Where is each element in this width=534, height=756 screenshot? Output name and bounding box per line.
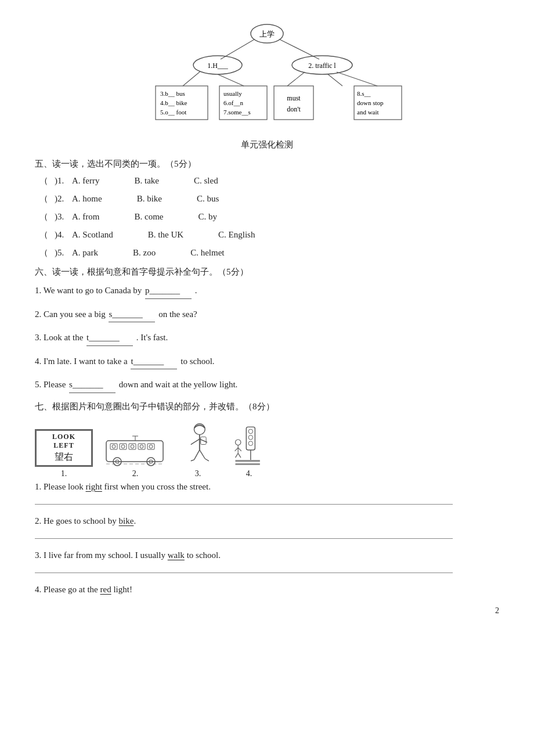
mc-choice-b: B. come (135, 212, 164, 222)
mc-choice-b: B. take (134, 176, 159, 186)
svg-line-34 (191, 439, 200, 444)
mc-choice-a: A. from (72, 212, 100, 222)
section6-items: 1. We want to go to Canada by p_______ .… (35, 283, 499, 393)
blank-4: t_______ (131, 354, 177, 370)
box4-line3: and wait (357, 109, 379, 116)
svg-line-6 (218, 74, 244, 86)
correction-line-3 (35, 564, 453, 573)
blank-1: p_______ (145, 283, 192, 299)
box1-line1: 3.b__ bus (160, 90, 185, 97)
svg-line-7 (287, 72, 305, 86)
svg-line-8 (328, 74, 342, 86)
svg-point-24 (140, 445, 143, 448)
mc-bracket: （ (35, 247, 52, 258)
svg-rect-41 (246, 427, 255, 450)
svg-point-25 (149, 445, 153, 448)
svg-point-44 (248, 441, 253, 445)
mindmap: 上学 1.H___ 2. traffic l 3.b__ bus 4.b__ b… (35, 17, 499, 134)
blank-5: s_______ (69, 377, 116, 393)
box2-line2: 6.of__n (223, 99, 243, 106)
fill-item-3: 3. Look at the t_______ . It's fast. (35, 330, 499, 346)
svg-line-39 (191, 459, 194, 460)
look-left-zh: 望右 (42, 451, 85, 463)
box4-line1: 8.s__ (357, 90, 371, 97)
underline-word-1: right (86, 482, 102, 491)
look-left-sign: LOOK LEFT 望右 (35, 429, 93, 467)
boy-image (178, 422, 218, 468)
branch2-label: 2. traffic l (308, 62, 336, 70)
mc-item-2: （ )2. A. home B. bike C. bus (35, 193, 499, 204)
correction-sentence-1: 1. Please look right first when you cros… (35, 482, 499, 492)
img-label-4: 4. (246, 469, 252, 478)
box1-line3: 5.o__ foot (160, 109, 186, 116)
box3-line2: don't (287, 105, 301, 113)
blank-2: s_______ (109, 307, 155, 323)
mindmap-svg: 上学 1.H___ 2. traffic l 3.b__ bus 4.b__ b… (128, 17, 406, 134)
correction-line-2 (35, 530, 453, 539)
svg-line-38 (200, 449, 205, 458)
svg-line-53 (238, 453, 241, 458)
correction-sentence-4: 4. Please go at the red light! (35, 585, 499, 595)
look-left-en: LOOK LEFT (42, 433, 85, 450)
bus-image (103, 430, 167, 468)
mc-choice-c: C. English (218, 230, 255, 240)
img-label-1: 1. (61, 469, 67, 478)
underline-word-3: walk (168, 550, 185, 560)
mc-choice-a: A. Scotland (72, 230, 113, 240)
svg-line-52 (235, 453, 238, 458)
section5-items: （ )1. A. ferry B. take C. sled （ )2. A. … (35, 175, 499, 258)
mc-choice-c: C. sled (194, 176, 218, 186)
correction-item-1: 1. Please look right first when you cros… (35, 482, 499, 505)
img-item-3: 3. (178, 422, 218, 478)
mc-num: )4. (55, 230, 68, 240)
mc-choice-a: A. home (72, 194, 102, 204)
svg-line-51 (238, 448, 241, 451)
mc-item-4: （ )4. A. Scotland B. the UK C. English (35, 229, 499, 240)
img-item-2: 2. (103, 430, 167, 478)
svg-point-22 (121, 445, 125, 448)
correction-item-3: 3. I live far from my school. I usually … (35, 550, 499, 573)
svg-point-48 (235, 440, 240, 445)
mc-bracket: （ (35, 175, 52, 186)
fill-item-2: 2. Can you see a big s_______ on the sea… (35, 307, 499, 323)
mc-choice-b: B. the UK (148, 230, 183, 240)
correction-item-4: 4. Please go at the red light! (35, 585, 499, 595)
underline-word-4: red (100, 585, 111, 594)
mc-choice-a: A. ferry (72, 176, 99, 186)
svg-point-21 (112, 445, 116, 448)
mc-choice-a: A. park (72, 248, 98, 258)
svg-line-5 (183, 71, 200, 86)
underline-word-2: bike (119, 516, 134, 525)
mc-bracket: （ (35, 193, 52, 204)
svg-point-43 (248, 435, 253, 440)
img-item-1: LOOK LEFT 望右 1. (35, 429, 93, 478)
mc-bracket: （ (35, 211, 52, 222)
fill-item-1: 1. We want to go to Canada by p_______ . (35, 283, 499, 299)
correction-item-2: 2. He goes to school by bike. (35, 516, 499, 539)
page-number: 2 (35, 606, 499, 615)
mc-item-5: （ )5. A. park B. zoo C. helmet (35, 247, 499, 258)
mindmap-root: 上学 (259, 30, 275, 38)
mc-num: )3. (55, 212, 68, 222)
traffic-light-image (229, 422, 269, 468)
section7-header: 七、根据图片和句意圈出句子中错误的部分，并改错。（8分） (35, 401, 499, 412)
section6-header: 六、读一读，根据句意和首字母提示补全句子。（5分） (35, 267, 499, 278)
correction-sentence-3: 3. I live far from my school. I usually … (35, 550, 499, 560)
box4-line2: down stop (357, 99, 384, 106)
box2-line1: usually (223, 90, 242, 97)
section5-header: 五、读一读，选出不同类的一项。（5分） (35, 159, 499, 170)
mc-choice-c: C. bus (197, 194, 219, 204)
mc-choice-c: C. helmet (190, 248, 224, 258)
mc-choice-b: B. bike (137, 194, 162, 204)
correction-sentence-2: 2. He goes to school by bike. (35, 516, 499, 526)
svg-line-37 (194, 449, 199, 459)
mc-num: )5. (55, 248, 68, 258)
branch1-label: 1.H___ (207, 62, 229, 70)
mc-num: )1. (55, 176, 68, 186)
mc-choice-b: B. zoo (133, 248, 156, 258)
blank-3: t_______ (86, 330, 133, 346)
box1-line2: 4.b__ bike (160, 99, 187, 106)
images-row: LOOK LEFT 望右 1. (35, 422, 499, 478)
fill-item-4: 4. I'm late. I want to take a t_______ t… (35, 354, 499, 370)
box2-line3: 7.some__s (223, 109, 251, 116)
